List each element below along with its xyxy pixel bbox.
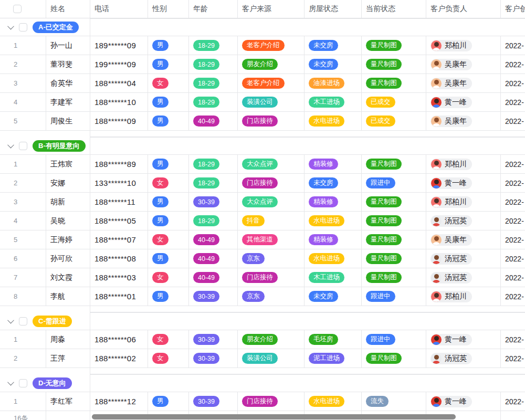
row-number[interactable]: 7	[0, 268, 46, 287]
cell-gender[interactable]: 男	[148, 249, 189, 268]
cell-gender[interactable]: 女	[148, 349, 189, 368]
row-number[interactable]: 3	[0, 74, 46, 92]
group-checkbox[interactable]	[19, 317, 27, 326]
cell-name[interactable]: 王萍	[46, 349, 90, 368]
cell-house-status[interactable]: 毛坯房	[304, 330, 362, 349]
group-header-row[interactable]: D-无意向	[0, 374, 525, 392]
header-cell-phone[interactable]: 电话	[90, 0, 148, 18]
cell-source[interactable]: 大众点评	[238, 155, 304, 173]
cell-gender[interactable]: 男	[148, 55, 189, 74]
cell-source[interactable]: 朋友介绍	[238, 55, 304, 74]
cell-house-status[interactable]: 未交房	[304, 174, 362, 192]
cell-created[interactable]: 2022-	[501, 193, 525, 211]
cell-age[interactable]: 30-39	[189, 193, 238, 211]
cell-gender[interactable]: 男	[148, 392, 189, 411]
header-cell-name[interactable]: 姓名	[46, 0, 90, 18]
cell-name[interactable]: 董羽斐	[46, 55, 90, 74]
table-row[interactable]: 5 王海婷 188******07 女 40-49 其他渠道 精装修 量尺制图 …	[0, 230, 525, 249]
cell-house-status[interactable]: 泥工进场	[304, 349, 362, 368]
cell-created[interactable]: 2022-	[501, 93, 525, 111]
cell-source[interactable]: 大众点评	[238, 193, 304, 211]
cell-name[interactable]: 刘文霞	[46, 268, 90, 287]
cell-age[interactable]: 30-39	[189, 330, 238, 349]
table-row[interactable]: 2 安娜 133******10 女 18-29 门店接待 未交房 跟进中 黄一…	[0, 174, 525, 193]
table-row[interactable]: 5 周俊生 188******09 男 40-49 门店接待 水电进场 已成交 …	[0, 112, 525, 131]
chevron-down-icon[interactable]	[7, 379, 14, 386]
cell-current-status[interactable]: 量尺制图	[362, 36, 426, 55]
cell-created[interactable]: 2022-	[501, 174, 525, 192]
cell-phone[interactable]: 188******09	[90, 112, 148, 130]
row-number[interactable]: 4	[0, 212, 46, 230]
cell-name[interactable]: 俞英华	[46, 74, 90, 92]
table-row[interactable]: 4 吴晓 188******05 男 18-29 抖音 水电进场 量尺制图 汤冠…	[0, 212, 525, 230]
cell-age[interactable]: 40-49	[189, 230, 238, 249]
row-number[interactable]: 5	[0, 112, 46, 130]
chevron-down-icon[interactable]	[7, 317, 14, 324]
group-checkbox[interactable]	[19, 142, 27, 150]
cell-name[interactable]: 李建军	[46, 93, 90, 111]
cell-source[interactable]: 门店接待	[238, 174, 304, 192]
cell-phone[interactable]: 199******09	[90, 55, 148, 74]
cell-owner[interactable]: 郑柏川	[426, 36, 501, 55]
cell-age[interactable]: 18-29	[189, 36, 238, 55]
cell-source[interactable]: 朋友介绍	[238, 330, 304, 349]
header-cell-current-status[interactable]: 当前状态	[362, 0, 426, 18]
cell-owner[interactable]: 汤冠英	[426, 349, 501, 368]
cell-house-status[interactable]: 未交房	[304, 36, 362, 55]
cell-current-status[interactable]: 流失	[362, 392, 426, 411]
cell-gender[interactable]: 男	[148, 212, 189, 230]
cell-created[interactable]: 2022-	[501, 268, 525, 287]
cell-house-status[interactable]: 木工进场	[304, 93, 362, 111]
cell-created[interactable]: 2022-	[501, 287, 525, 306]
header-cell-house-status[interactable]: 房屋状态	[304, 0, 362, 18]
cell-house-status[interactable]: 未交房	[304, 55, 362, 74]
cell-phone[interactable]: 188******01	[90, 287, 148, 306]
cell-age[interactable]: 40-49	[189, 112, 238, 130]
cell-age[interactable]: 18-29	[189, 74, 238, 92]
cell-phone[interactable]: 188******03	[90, 268, 148, 287]
cell-phone[interactable]: 188******07	[90, 230, 148, 249]
cell-source[interactable]: 门店接待	[238, 268, 304, 287]
row-number[interactable]: 5	[0, 230, 46, 249]
cell-phone[interactable]: 188******11	[90, 193, 148, 211]
cell-current-status[interactable]: 量尺制图	[362, 155, 426, 173]
cell-created[interactable]: 2022-	[501, 249, 525, 268]
table-row[interactable]: 2 董羽斐 199******09 男 18-29 朋友介绍 未交房 量尺制图 …	[0, 55, 525, 74]
cell-current-status[interactable]: 已成交	[362, 93, 426, 111]
cell-house-status[interactable]: 水电进场	[304, 112, 362, 130]
cell-age[interactable]: 18-29	[189, 55, 238, 74]
cell-gender[interactable]: 女	[148, 330, 189, 349]
table-row[interactable]: 6 孙可欣 188******08 男 40-49 京东 水电进场 量尺制图 汤…	[0, 249, 525, 268]
header-cell-owner[interactable]: 客户负责人	[426, 0, 501, 18]
chevron-down-icon[interactable]	[7, 23, 14, 30]
header-cell-created[interactable]: 客户创建日期	[501, 0, 525, 18]
cell-age[interactable]: 18-29	[189, 155, 238, 173]
cell-current-status[interactable]: 量尺制图	[362, 349, 426, 368]
cell-gender[interactable]: 女	[148, 174, 189, 192]
table-row[interactable]: 7 刘文霞 188******03 女 40-49 门店接待 木工进场 量尺制图…	[0, 268, 525, 287]
cell-created[interactable]: 2022-	[501, 55, 525, 74]
cell-owner[interactable]: 吴康年	[426, 230, 501, 249]
cell-house-status[interactable]: 精装修	[304, 193, 362, 211]
cell-gender[interactable]: 男	[148, 93, 189, 111]
row-number[interactable]: 4	[0, 93, 46, 111]
row-number[interactable]: 1	[0, 36, 46, 55]
row-number[interactable]: 2	[0, 55, 46, 74]
cell-gender[interactable]: 男	[148, 287, 189, 306]
cell-house-status[interactable]: 木工进场	[304, 268, 362, 287]
table-row[interactable]: 1 李红军 188******12 男 30-39 门店接待 水电进场 流失 黄…	[0, 392, 525, 411]
cell-name[interactable]: 李航	[46, 287, 90, 306]
cell-house-status[interactable]: 精装修	[304, 230, 362, 249]
cell-current-status[interactable]: 量尺制图	[362, 268, 426, 287]
cell-created[interactable]: 2022-	[501, 212, 525, 230]
cell-current-status[interactable]: 量尺制图	[362, 249, 426, 268]
cell-age[interactable]: 18-29	[189, 93, 238, 111]
cell-age[interactable]: 30-39	[189, 392, 238, 411]
cell-source[interactable]: 装潢公司	[238, 93, 304, 111]
cell-source[interactable]: 抖音	[238, 212, 304, 230]
cell-gender[interactable]: 女	[148, 230, 189, 249]
cell-source[interactable]: 京东	[238, 287, 304, 306]
table-row[interactable]: 2 王萍 188******02 女 30-39 装潢公司 泥工进场 量尺制图 …	[0, 349, 525, 368]
cell-owner[interactable]: 黄一峰	[426, 330, 501, 349]
cell-source[interactable]: 门店接待	[238, 392, 304, 411]
